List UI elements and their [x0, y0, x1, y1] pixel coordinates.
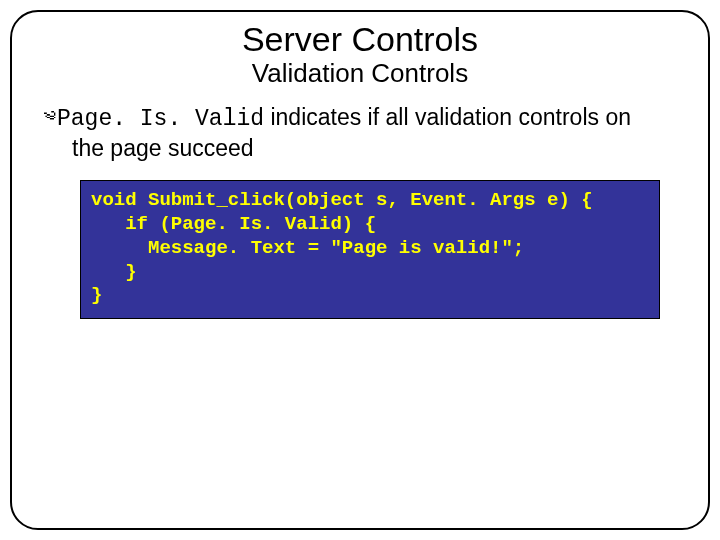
inline-code: Page. Is. Valid	[57, 106, 264, 132]
bullet-text-rest: indicates if all validation controls on	[264, 104, 631, 130]
code-block: void Submit_click(object s, Event. Args …	[80, 180, 660, 319]
slide-subtitle: Validation Controls	[42, 59, 678, 89]
slide-title: Server Controls	[42, 20, 678, 59]
slide-frame: Server Controls Validation Controls ༄Pag…	[10, 10, 710, 530]
bullet-text-line2: the page succeed	[72, 134, 676, 163]
bullet-icon: ༄	[44, 105, 55, 130]
bullet-item: ༄Page. Is. Valid indicates if all valida…	[44, 103, 676, 163]
